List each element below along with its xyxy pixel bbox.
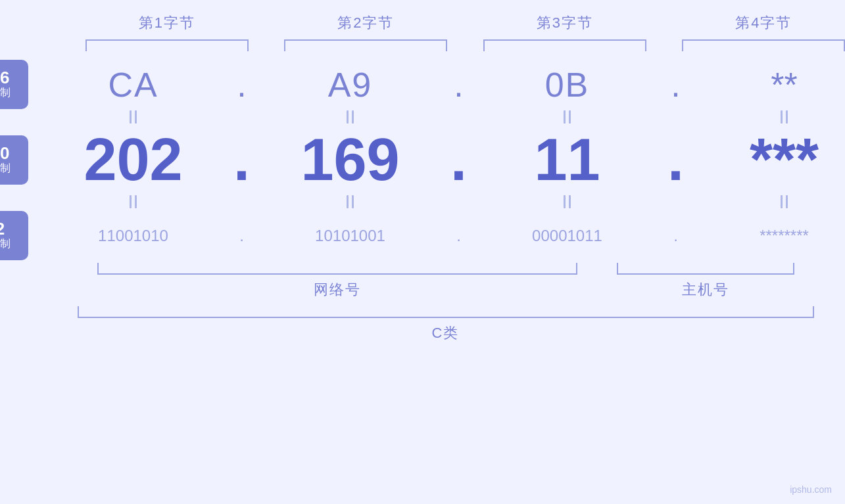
hex-dot-2: . — [439, 65, 479, 104]
host-label: 主机号 — [617, 280, 794, 300]
eq-2-4 — [696, 195, 846, 208]
hex-dot-3: . — [656, 65, 696, 104]
class-bracket — [78, 306, 814, 318]
dec-value-2: 169 — [301, 127, 399, 193]
dec-cells: 202 . 169 . 11 . *** — [45, 126, 846, 194]
veq-2-3 — [564, 195, 571, 208]
veq-2-4 — [781, 195, 788, 208]
bin-row: 2 进制 11001010 . 10101001 . 00001011 . **… — [0, 211, 845, 260]
dec-cell-1: 202 — [45, 126, 222, 194]
hex-dot-1: . — [222, 65, 262, 104]
column-headers: 第1字节 第2字节 第3字节 第4字节 — [0, 13, 845, 33]
dec-cell-4: *** — [696, 126, 846, 194]
bin-dot-1: . — [222, 227, 262, 245]
bin-value-2: 10101001 — [315, 227, 385, 244]
veq-1-1 — [130, 110, 137, 124]
bin-dot-3: . — [656, 227, 696, 245]
watermark: ipshu.com — [790, 484, 832, 495]
eq-2-1 — [45, 195, 222, 208]
dec-label: 10 进制 — [0, 135, 28, 185]
hex-value-2: A9 — [328, 66, 373, 104]
dec-value-4: *** — [750, 127, 819, 193]
dec-value-1: 202 — [84, 127, 182, 193]
dec-label-text: 进制 — [0, 162, 11, 175]
bin-value-4: ******** — [760, 227, 809, 244]
eq-1-4 — [696, 110, 846, 124]
equals-row-2 — [0, 195, 845, 208]
bin-label-text: 进制 — [0, 237, 11, 251]
bin-cell-4: ******** — [696, 227, 846, 245]
bottom-labels: 网络号 主机号 — [25, 280, 821, 300]
bracket-2 — [284, 39, 447, 51]
class-label-row: C类 — [5, 323, 840, 343]
hex-value-4: ** — [771, 66, 797, 104]
hex-label-num: 16 — [0, 69, 9, 86]
hex-cells: CA . A9 . 0B . ** — [45, 65, 846, 104]
bin-label: 2 进制 — [0, 211, 28, 260]
eq-2-2 — [262, 195, 439, 208]
bracket-1 — [85, 39, 249, 51]
equals-row-1 — [0, 110, 845, 124]
main-container: 第1字节 第2字节 第3字节 第4字节 16 进制 CA . A9 . — [0, 0, 845, 504]
hex-cell-2: A9 — [262, 65, 439, 104]
bin-cell-3: 00001011 — [479, 227, 656, 245]
veq-2-1 — [130, 195, 137, 208]
dec-dot-1: . — [222, 126, 262, 194]
bin-cell-2: 10101001 — [262, 227, 439, 245]
dec-cell-2: 169 — [262, 126, 439, 194]
dec-dot-3: . — [656, 126, 696, 194]
bin-cell-1: 11001010 — [45, 227, 222, 245]
veq-2-2 — [347, 195, 354, 208]
top-brackets — [0, 39, 845, 51]
eq-1-2 — [262, 110, 439, 124]
bin-label-num: 2 — [0, 220, 5, 237]
dec-value-3: 11 — [534, 127, 600, 193]
hex-value-1: CA — [108, 66, 158, 104]
dec-row: 10 进制 202 . 169 . 11 . *** — [0, 126, 845, 194]
col-header-2: 第2字节 — [285, 13, 448, 33]
col-header-3: 第3字节 — [483, 13, 646, 33]
bracket-3 — [483, 39, 646, 51]
class-label: C类 — [78, 323, 814, 343]
veq-1-3 — [564, 110, 571, 124]
dec-dot-2: . — [439, 126, 479, 194]
bottom-brackets — [25, 263, 821, 275]
hex-cell-3: 0B — [479, 65, 656, 104]
eq-1-3 — [479, 110, 656, 124]
bracket-4 — [682, 39, 845, 51]
bin-cells: 11001010 . 10101001 . 00001011 . *******… — [45, 227, 846, 245]
bin-value-1: 11001010 — [98, 227, 168, 244]
bin-dot-2: . — [439, 227, 479, 245]
dec-label-num: 10 — [0, 145, 9, 162]
hex-label: 16 进制 — [0, 60, 28, 109]
eq-2-3 — [479, 195, 656, 208]
col-header-1: 第1字节 — [85, 13, 249, 33]
eq-1-1 — [45, 110, 222, 124]
network-label: 网络号 — [97, 280, 577, 300]
col-header-4: 第4字节 — [683, 13, 846, 33]
dec-cell-3: 11 — [479, 126, 656, 194]
class-bracket-row — [5, 306, 840, 318]
veq-1-2 — [347, 110, 354, 124]
bracket-host — [617, 263, 794, 275]
hex-cell-4: ** — [696, 65, 846, 104]
hex-cell-1: CA — [45, 65, 222, 104]
veq-1-4 — [781, 110, 788, 124]
hex-value-3: 0B — [545, 66, 590, 104]
bin-value-3: 00001011 — [532, 227, 602, 244]
bracket-network — [97, 263, 577, 275]
hex-label-text: 进制 — [0, 86, 11, 100]
hex-row: 16 进制 CA . A9 . 0B . ** — [0, 60, 845, 109]
